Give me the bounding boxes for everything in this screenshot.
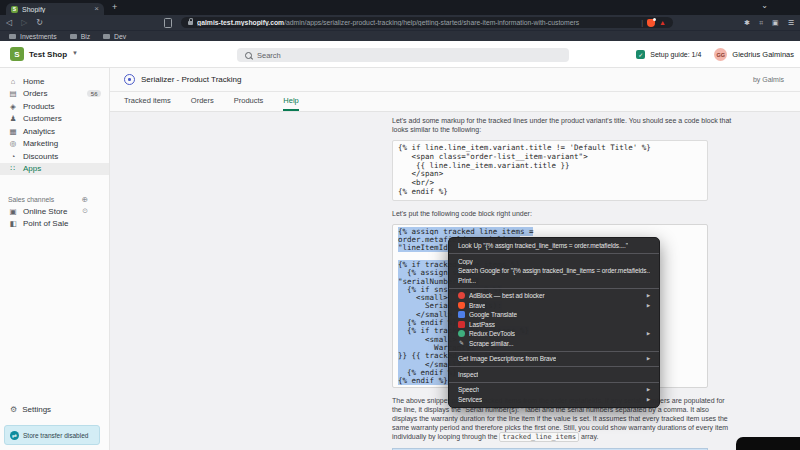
setup-guide-label[interactable]: Setup guide: 1/4 <box>650 51 701 58</box>
app-tab[interactable]: Products <box>234 92 264 111</box>
folder-icon <box>70 34 77 39</box>
admin-search-input[interactable]: Search <box>237 48 569 62</box>
sidebar-item[interactable]: ◔ Discounts <box>0 150 109 163</box>
bookmark-folder[interactable]: Biz <box>70 33 90 40</box>
context-menu-item[interactable]: Brave ▶ <box>449 301 659 311</box>
shopify-logo-icon[interactable]: S <box>10 47 24 61</box>
menu-item-label: Look Up "{% assign tracked_line_items = … <box>458 242 628 250</box>
sidebar-item-icon: ♟ <box>8 114 18 123</box>
reload-icon[interactable]: ↻ <box>36 18 43 28</box>
context-menu-item[interactable]: Get Image Descriptions from Brave ▶ <box>449 354 659 364</box>
context-menu-item[interactable]: ▶ <box>449 288 659 289</box>
menu-item-label: LastPass <box>469 321 495 329</box>
serializer-app-icon <box>124 74 135 85</box>
context-menu-item[interactable]: Services ▶ <box>449 395 659 405</box>
sidebar-icon[interactable]: ⌗ <box>759 19 763 27</box>
lock-icon <box>188 21 193 25</box>
view-eye-icon[interactable]: ⊙ <box>82 207 88 215</box>
folder-icon <box>9 34 16 39</box>
sidebar-item-label: Analytics <box>23 127 55 136</box>
menu-icon[interactable]: ☰ <box>788 19 794 27</box>
sidebar-item-settings[interactable]: ⚙ Settings <box>10 405 51 414</box>
sidebar-item[interactable]: ◈ Products <box>0 100 109 113</box>
shop-name[interactable]: Test Shop <box>29 50 67 59</box>
context-menu-item[interactable]: ▶ <box>449 382 659 383</box>
alert-triangle-icon[interactable]: ▲ <box>659 19 666 26</box>
menu-item-label: Google Translate <box>469 311 517 319</box>
forward-icon[interactable]: ▷ <box>21 18 27 28</box>
context-menu-item[interactable]: ▶ <box>449 253 659 254</box>
sidebar-item[interactable]: ⌂ Home <box>0 75 109 88</box>
sidebar: ⌂ Home ▤ Orders 56 ◈ Products ♟ <box>0 68 110 450</box>
submenu-arrow-icon: ▶ <box>647 386 650 394</box>
app-byline: by Galmis <box>753 76 784 83</box>
context-menu-item[interactable]: Google Translate ▶ <box>449 310 659 320</box>
sidebar-item-icon: ▦ <box>8 127 18 136</box>
context-menu-item[interactable]: LastPass ▶ <box>449 320 659 330</box>
context-menu-item[interactable]: ✎ Scrape similar... ▶ <box>449 339 659 349</box>
sidebar-item-label: Home <box>23 77 44 86</box>
sidebar-item-icon: ◈ <box>8 102 18 111</box>
code-block-1: {% if line.line_item.variant.title != 'D… <box>392 140 708 201</box>
app-tab[interactable]: Orders <box>191 92 214 111</box>
context-menu-item[interactable]: Print... ▶ <box>449 276 659 286</box>
gif-controls-overlay <box>736 437 800 450</box>
brave-shield-icon[interactable] <box>647 19 655 27</box>
screen: S Shopify × + ⌄ ◁ ▷ ↻ galmis-test.myshop… <box>0 0 800 450</box>
search-placeholder: Search <box>257 51 281 60</box>
submenu-arrow-icon: ▶ <box>647 355 650 363</box>
bookmark-label: Investments <box>20 33 57 40</box>
context-menu-item[interactable]: Redux DevTools ▶ <box>449 329 659 339</box>
app-tab-label: Help <box>283 96 298 105</box>
context-menu-item[interactable]: Speech ▶ <box>449 385 659 395</box>
reading-list-icon[interactable] <box>164 18 172 28</box>
browser-tab-shopify[interactable]: S Shopify × <box>6 3 104 15</box>
menu-item-label: Search Google for "{% assign tracked_lin… <box>458 267 650 275</box>
context-menu-item[interactable]: ▶ <box>449 351 659 352</box>
sidebar-item[interactable]: ▤ Orders 56 <box>0 88 109 101</box>
shop-caret-icon[interactable]: ▼ <box>72 50 78 56</box>
address-bar[interactable]: galmis-test.myshopify.com/admin/apps/ser… <box>181 17 673 28</box>
sidebar-channel-item[interactable]: ◧ Point of Sale <box>0 218 109 231</box>
app-header: Serializer - Product Tracking by Galmis <box>110 68 800 92</box>
sidebar-item-label: Apps <box>23 164 41 173</box>
context-menu-item[interactable]: Search Google for "{% assign tracked_lin… <box>449 266 659 276</box>
paragraph-2: Let's put the following code block right… <box>392 209 732 218</box>
menu-item-label: Copy <box>458 258 473 266</box>
menu-item-label: Get Image Descriptions from Brave <box>458 355 556 363</box>
menu-item-icon <box>458 321 465 328</box>
tab-search-chevron-icon[interactable]: ⌄ <box>761 1 768 10</box>
sidebar-item[interactable]: ∷ Apps <box>0 163 109 176</box>
sidebar-item[interactable]: ♟ Customers <box>0 113 109 126</box>
sidebar-item[interactable]: ▦ Analytics <box>0 125 109 138</box>
app-tab[interactable]: Tracked items <box>124 92 171 111</box>
context-menu-item[interactable]: Inspect ▶ <box>449 370 659 380</box>
back-icon[interactable]: ◁ <box>6 18 12 28</box>
tab-close-icon[interactable]: × <box>94 5 99 13</box>
add-channel-icon[interactable]: ⊕ <box>82 195 88 204</box>
context-menu-item[interactable]: AdBlock — best ad blocker ▶ <box>449 291 659 301</box>
profile-icon[interactable]: ▣ <box>772 19 779 27</box>
submenu-arrow-icon: ▶ <box>647 330 650 338</box>
sidebar-item[interactable]: ◎ Marketing <box>0 138 109 151</box>
user-name[interactable]: Giedrius Galminas <box>732 50 794 59</box>
new-tab-button[interactable]: + <box>112 2 117 12</box>
store-transfer-banner[interactable]: ⇄ Store transfer disabled <box>4 425 100 445</box>
menu-item-icon: ✎ <box>458 340 465 347</box>
app-tab[interactable]: Help <box>283 92 298 111</box>
bookmark-folder[interactable]: Investments <box>9 33 57 40</box>
sales-channels-list: ▣ Online Store ⊙ ◧ Point of Sale <box>0 205 109 230</box>
bookmark-folder[interactable]: Dev <box>103 33 126 40</box>
context-menu-item[interactable]: Copy ▶ <box>449 257 659 267</box>
sidebar-channel-item[interactable]: ▣ Online Store ⊙ <box>0 205 109 218</box>
extensions-icon[interactable]: ✱ <box>744 19 750 27</box>
app-tab-label: Orders <box>191 96 214 105</box>
menu-item-icon <box>458 302 465 309</box>
search-icon <box>245 52 252 59</box>
submenu-arrow-icon: ▶ <box>647 292 650 300</box>
avatar[interactable]: GG <box>714 48 727 61</box>
context-menu-item[interactable]: ▶ <box>449 366 659 367</box>
bookmarks-bar: Investments Biz Dev <box>0 30 800 41</box>
context-menu-item[interactable]: Look Up "{% assign tracked_line_items = … <box>449 241 659 251</box>
admin-top-bar: S Test Shop ▼ Search ✓ Setup guide: 1/4 … <box>0 41 800 68</box>
